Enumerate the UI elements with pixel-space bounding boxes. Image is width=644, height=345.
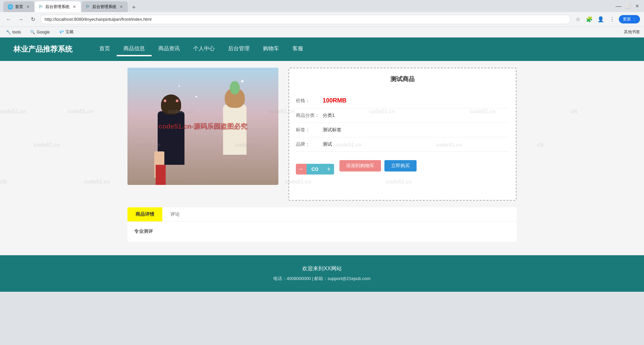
- browser-tab-3[interactable]: 🏳 后台管理系统 ✕: [82, 1, 128, 12]
- bookmark-tools-label: tools: [12, 30, 21, 34]
- tab1-title: 首页: [15, 4, 23, 10]
- tools-icon: 🔧: [6, 30, 11, 34]
- watermark-8: code51.cn: [34, 142, 60, 148]
- tab-detail-content: 专业测评: [127, 222, 517, 242]
- address-text: http://localhost:8080/linyechanpintuijia…: [45, 17, 152, 22]
- extensions-icon[interactable]: 🧩: [585, 15, 594, 24]
- tab2-close[interactable]: ✕: [71, 4, 77, 9]
- category-value: 分类1: [323, 113, 335, 119]
- detail-text: 专业测评: [134, 228, 510, 234]
- address-bar[interactable]: http://localhost:8080/linyechanpintuijia…: [40, 15, 571, 24]
- quantity-control: − CO +: [296, 164, 334, 175]
- nav-cart[interactable]: 购物车: [256, 43, 286, 56]
- tab3-close[interactable]: ✕: [118, 4, 124, 9]
- forward-button[interactable]: →: [16, 15, 25, 24]
- bookmark-baocang[interactable]: 💎 宝藏: [57, 28, 75, 36]
- bookmark-google[interactable]: 🔍 Google: [28, 28, 52, 36]
- quantity-decrease-button[interactable]: −: [296, 164, 307, 175]
- watermark-2: code51.cn: [67, 109, 93, 115]
- product-info-panel: 测试商品 价格： 100RMB 商品分类： 分类1 标签： 测试标签 品牌： 测…: [288, 68, 517, 201]
- price-value: 100RMB: [323, 97, 346, 104]
- nav-admin[interactable]: 后台管理: [221, 43, 256, 56]
- bookmark-baocang-label: 宝藏: [65, 29, 73, 35]
- browser-tab-1[interactable]: 🌐 首页 ✕: [3, 1, 35, 12]
- other-bookmarks-label: 其他书签: [624, 29, 640, 34]
- product-title: 测试商品: [296, 75, 509, 86]
- tab-review-button[interactable]: 评论: [162, 207, 188, 221]
- brand-value: 测试: [323, 141, 332, 147]
- new-tab-button[interactable]: +: [129, 3, 139, 12]
- tab3-favicon: 🏳: [86, 4, 90, 9]
- tabs-container: 商品详情 评论 专业测评: [127, 207, 517, 242]
- buy-now-button[interactable]: 立即购买: [384, 160, 417, 171]
- price-label: 价格：: [296, 98, 323, 104]
- watermark-14: cN: [0, 179, 7, 185]
- tabs-section: 商品详情 评论 专业测评: [121, 207, 523, 249]
- nav-news[interactable]: 商品资讯: [152, 43, 186, 56]
- tab3-title: 后台管理系统: [92, 4, 116, 10]
- google-icon: 🔍: [30, 30, 35, 34]
- browser-tab-2[interactable]: 🏳 后台管理系统 ✕: [35, 1, 81, 12]
- product-image-section: ✦ ✦ ✦ code51.cn-源码乐园盗图必究: [127, 68, 278, 201]
- tabs-header: 商品详情 评论: [127, 207, 517, 222]
- category-label: 商品分类：: [296, 113, 323, 119]
- nav-home[interactable]: 首页: [93, 43, 117, 56]
- tab1-close[interactable]: ✕: [25, 4, 31, 9]
- nav-personal[interactable]: 个人中心: [186, 43, 221, 56]
- star-icon[interactable]: ☆: [573, 15, 583, 24]
- tab2-favicon: 🏳: [39, 4, 43, 9]
- image-watermark: code51.cn-源码乐园盗图必究: [159, 122, 247, 131]
- price-row: 价格： 100RMB: [296, 93, 509, 109]
- bookmark-google-label: Google: [37, 30, 50, 34]
- window-maximize-button[interactable]: ⬜: [624, 2, 632, 10]
- add-to-cart-button[interactable]: 添加到购物车: [339, 160, 381, 171]
- site-header: 林业产品推荐系统 首页 商品信息 商品资讯 个人中心 后台管理 购物车 客服: [0, 38, 644, 61]
- update-button[interactable]: 更新 ：: [619, 15, 640, 23]
- product-image-wrapper: ✦ ✦ ✦ code51.cn-源码乐园盗图必究: [127, 68, 278, 185]
- footer-title: 欢迎来到XX网站: [10, 265, 634, 272]
- brand-row: 品牌： 测试: [296, 137, 509, 152]
- action-buttons: 添加到购物车 立即购买: [339, 160, 417, 171]
- window-close-button[interactable]: ✕: [633, 2, 641, 10]
- window-minimize-button[interactable]: —: [614, 2, 623, 10]
- tab2-title: 后台管理系统: [45, 4, 69, 10]
- category-row: 商品分类： 分类1: [296, 109, 509, 123]
- brand-label: 品牌：: [296, 141, 323, 147]
- tab1-favicon: 🌐: [7, 4, 13, 9]
- footer-contact: 电话：4008000000 | 邮箱：support@21epub.com: [10, 276, 634, 282]
- nav-products[interactable]: 商品信息: [117, 43, 152, 56]
- profile-icon[interactable]: 👤: [596, 15, 605, 24]
- watermark-1: code51.cn: [0, 109, 26, 115]
- quantity-row: − CO + 添加到购物车 立即购买: [296, 152, 509, 180]
- site-logo[interactable]: 林业产品推荐系统: [13, 44, 72, 54]
- tag-row: 标签： 测试标签: [296, 123, 509, 137]
- tab-detail-button[interactable]: 商品详情: [127, 207, 162, 221]
- tag-value: 测试标签: [323, 127, 341, 133]
- bookmarks-bar: 🔧 tools 🔍 Google 💎 宝藏 其他书签: [0, 27, 644, 38]
- main-content: ✦ ✦ ✦ code51.cn-源码乐园盗图必究 测试商品 价格： 100RMB…: [121, 61, 523, 207]
- site-footer: 欢迎来到XX网站 电话：4008000000 | 邮箱：support@21ep…: [0, 255, 644, 292]
- extra-space: [296, 180, 509, 193]
- watermark-13: cN: [537, 142, 543, 148]
- menu-icon[interactable]: ⋮: [607, 15, 617, 24]
- quantity-display: CO: [307, 164, 323, 175]
- bookmark-tools[interactable]: 🔧 tools: [4, 28, 23, 36]
- back-button[interactable]: ←: [4, 15, 13, 24]
- other-bookmarks[interactable]: 其他书签: [624, 29, 640, 35]
- nav-service[interactable]: 客服: [286, 43, 310, 56]
- watermark-15: code51.cn: [84, 179, 110, 185]
- refresh-button[interactable]: ↻: [28, 15, 38, 24]
- nav-menu: 首页 商品信息 商品资讯 个人中心 后台管理 购物车 客服: [93, 43, 310, 56]
- tag-label: 标签：: [296, 127, 323, 133]
- quantity-increase-button[interactable]: +: [323, 164, 334, 175]
- baocang-icon: 💎: [59, 30, 64, 34]
- watermark-7: cN: [570, 109, 577, 115]
